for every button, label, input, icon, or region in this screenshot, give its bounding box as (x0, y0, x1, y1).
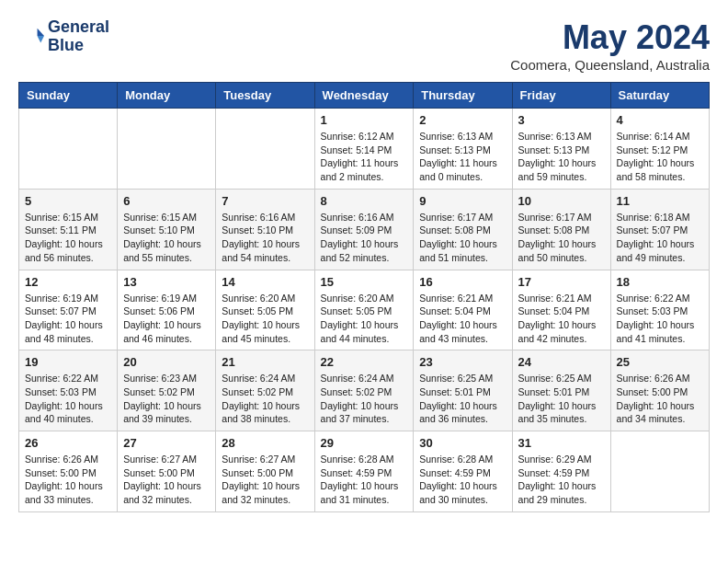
day-info: Sunrise: 6:25 AM Sunset: 5:01 PM Dayligh… (419, 372, 506, 426)
calendar-cell (118, 109, 216, 190)
day-number: 16 (419, 275, 506, 289)
svg-marker-1 (38, 36, 44, 42)
day-info: Sunrise: 6:17 AM Sunset: 5:08 PM Dayligh… (518, 211, 605, 265)
calendar-cell: 16Sunrise: 6:21 AM Sunset: 5:04 PM Dayli… (414, 270, 512, 350)
day-number: 21 (222, 355, 308, 369)
day-number: 19 (25, 355, 111, 369)
day-number: 15 (321, 275, 408, 289)
calendar-cell: 26Sunrise: 6:26 AM Sunset: 5:00 PM Dayli… (19, 431, 118, 512)
day-info: Sunrise: 6:20 AM Sunset: 5:05 PM Dayligh… (321, 292, 408, 346)
day-number: 24 (518, 355, 605, 369)
day-info: Sunrise: 6:14 AM Sunset: 5:12 PM Dayligh… (617, 130, 703, 184)
calendar-cell: 2Sunrise: 6:13 AM Sunset: 5:13 PM Daylig… (414, 109, 512, 190)
weekday-header: Friday (512, 83, 610, 109)
day-number: 22 (321, 355, 408, 369)
day-number: 4 (617, 113, 703, 127)
day-info: Sunrise: 6:16 AM Sunset: 5:09 PM Dayligh… (321, 211, 408, 265)
calendar-cell: 15Sunrise: 6:20 AM Sunset: 5:05 PM Dayli… (314, 270, 414, 350)
day-number: 12 (25, 275, 111, 289)
calendar-cell: 8Sunrise: 6:16 AM Sunset: 5:09 PM Daylig… (314, 189, 414, 270)
day-number: 26 (25, 436, 111, 450)
calendar-cell: 4Sunrise: 6:14 AM Sunset: 5:12 PM Daylig… (610, 109, 709, 190)
day-info: Sunrise: 6:16 AM Sunset: 5:10 PM Dayligh… (222, 211, 308, 265)
weekday-header: Tuesday (216, 83, 314, 109)
logo-text: General Blue (48, 18, 109, 55)
day-info: Sunrise: 6:29 AM Sunset: 4:59 PM Dayligh… (518, 453, 605, 507)
day-info: Sunrise: 6:13 AM Sunset: 5:13 PM Dayligh… (419, 130, 506, 184)
calendar-cell: 19Sunrise: 6:22 AM Sunset: 5:03 PM Dayli… (19, 350, 118, 431)
calendar-cell: 18Sunrise: 6:22 AM Sunset: 5:03 PM Dayli… (610, 270, 709, 350)
day-number: 18 (617, 275, 703, 289)
day-info: Sunrise: 6:26 AM Sunset: 5:00 PM Dayligh… (617, 372, 703, 426)
day-number: 3 (518, 113, 605, 127)
calendar-cell: 6Sunrise: 6:15 AM Sunset: 5:10 PM Daylig… (118, 189, 216, 270)
calendar-week-row: 26Sunrise: 6:26 AM Sunset: 5:00 PM Dayli… (19, 431, 710, 512)
calendar-cell: 7Sunrise: 6:16 AM Sunset: 5:10 PM Daylig… (216, 189, 314, 270)
day-number: 13 (123, 275, 210, 289)
calendar-cell: 21Sunrise: 6:24 AM Sunset: 5:02 PM Dayli… (216, 350, 314, 431)
calendar-cell: 25Sunrise: 6:26 AM Sunset: 5:00 PM Dayli… (610, 350, 709, 431)
calendar-cell (19, 109, 118, 190)
day-info: Sunrise: 6:17 AM Sunset: 5:08 PM Dayligh… (419, 211, 506, 265)
weekday-header: Wednesday (314, 83, 414, 109)
day-info: Sunrise: 6:12 AM Sunset: 5:14 PM Dayligh… (321, 130, 408, 184)
day-number: 17 (518, 275, 605, 289)
calendar-cell: 13Sunrise: 6:19 AM Sunset: 5:06 PM Dayli… (118, 270, 216, 350)
day-info: Sunrise: 6:28 AM Sunset: 4:59 PM Dayligh… (419, 453, 506, 507)
day-info: Sunrise: 6:26 AM Sunset: 5:00 PM Dayligh… (25, 453, 111, 507)
day-number: 20 (123, 355, 210, 369)
day-info: Sunrise: 6:18 AM Sunset: 5:07 PM Dayligh… (617, 211, 703, 265)
weekday-header: Monday (118, 83, 216, 109)
weekday-header: Sunday (19, 83, 118, 109)
calendar-cell: 11Sunrise: 6:18 AM Sunset: 5:07 PM Dayli… (610, 189, 709, 270)
page-header: General Blue May 2024 Coomera, Queenslan… (18, 18, 710, 73)
day-info: Sunrise: 6:19 AM Sunset: 5:06 PM Dayligh… (123, 292, 210, 346)
day-info: Sunrise: 6:27 AM Sunset: 5:00 PM Dayligh… (123, 453, 210, 507)
calendar-cell: 12Sunrise: 6:19 AM Sunset: 5:07 PM Dayli… (19, 270, 118, 350)
day-number: 14 (222, 275, 308, 289)
weekday-header: Saturday (610, 83, 709, 109)
calendar-body: 1Sunrise: 6:12 AM Sunset: 5:14 PM Daylig… (19, 109, 710, 512)
day-number: 29 (321, 436, 408, 450)
day-number: 8 (321, 194, 408, 208)
calendar-cell: 14Sunrise: 6:20 AM Sunset: 5:05 PM Dayli… (216, 270, 314, 350)
day-info: Sunrise: 6:15 AM Sunset: 5:10 PM Dayligh… (123, 211, 210, 265)
day-info: Sunrise: 6:21 AM Sunset: 5:04 PM Dayligh… (419, 292, 506, 346)
day-info: Sunrise: 6:20 AM Sunset: 5:05 PM Dayligh… (222, 292, 308, 346)
day-number: 30 (419, 436, 506, 450)
calendar-cell: 17Sunrise: 6:21 AM Sunset: 5:04 PM Dayli… (512, 270, 610, 350)
day-number: 9 (419, 194, 506, 208)
calendar-week-row: 1Sunrise: 6:12 AM Sunset: 5:14 PM Daylig… (19, 109, 710, 190)
location-subtitle: Coomera, Queensland, Australia (510, 57, 710, 73)
calendar-cell: 3Sunrise: 6:13 AM Sunset: 5:13 PM Daylig… (512, 109, 610, 190)
day-number: 11 (617, 194, 703, 208)
calendar-cell: 30Sunrise: 6:28 AM Sunset: 4:59 PM Dayli… (414, 431, 512, 512)
day-info: Sunrise: 6:21 AM Sunset: 5:04 PM Dayligh… (518, 292, 605, 346)
calendar-cell: 24Sunrise: 6:25 AM Sunset: 5:01 PM Dayli… (512, 350, 610, 431)
day-info: Sunrise: 6:25 AM Sunset: 5:01 PM Dayligh… (518, 372, 605, 426)
calendar-week-row: 12Sunrise: 6:19 AM Sunset: 5:07 PM Dayli… (19, 270, 710, 350)
title-block: May 2024 Coomera, Queensland, Australia (510, 18, 710, 73)
calendar-cell: 28Sunrise: 6:27 AM Sunset: 5:00 PM Dayli… (216, 431, 314, 512)
calendar-cell: 23Sunrise: 6:25 AM Sunset: 5:01 PM Dayli… (414, 350, 512, 431)
day-number: 23 (419, 355, 506, 369)
month-title: May 2024 (510, 18, 710, 57)
day-info: Sunrise: 6:24 AM Sunset: 5:02 PM Dayligh… (222, 372, 308, 426)
calendar-cell: 20Sunrise: 6:23 AM Sunset: 5:02 PM Dayli… (118, 350, 216, 431)
logo: General Blue (18, 18, 109, 55)
calendar-week-row: 19Sunrise: 6:22 AM Sunset: 5:03 PM Dayli… (19, 350, 710, 431)
day-number: 27 (123, 436, 210, 450)
day-info: Sunrise: 6:28 AM Sunset: 4:59 PM Dayligh… (321, 453, 408, 507)
day-number: 5 (25, 194, 111, 208)
calendar-cell: 9Sunrise: 6:17 AM Sunset: 5:08 PM Daylig… (414, 189, 512, 270)
calendar-cell: 27Sunrise: 6:27 AM Sunset: 5:00 PM Dayli… (118, 431, 216, 512)
day-number: 31 (518, 436, 605, 450)
calendar-week-row: 5Sunrise: 6:15 AM Sunset: 5:11 PM Daylig… (19, 189, 710, 270)
calendar-table: SundayMondayTuesdayWednesdayThursdayFrid… (18, 82, 710, 512)
day-info: Sunrise: 6:22 AM Sunset: 5:03 PM Dayligh… (25, 372, 111, 426)
day-number: 1 (321, 113, 408, 127)
calendar-cell: 5Sunrise: 6:15 AM Sunset: 5:11 PM Daylig… (19, 189, 118, 270)
day-info: Sunrise: 6:27 AM Sunset: 5:00 PM Dayligh… (222, 453, 308, 507)
day-info: Sunrise: 6:23 AM Sunset: 5:02 PM Dayligh… (123, 372, 210, 426)
day-number: 6 (123, 194, 210, 208)
